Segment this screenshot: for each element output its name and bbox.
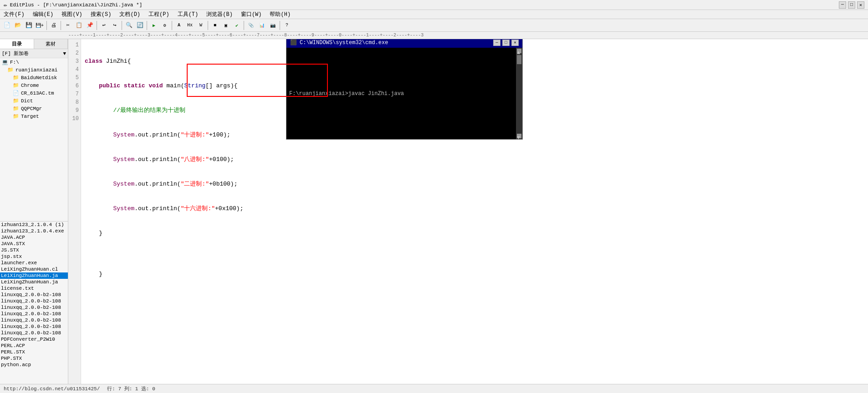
menu-project[interactable]: 工程(P)	[147, 10, 171, 18]
tree-item-chrome[interactable]: 📁 Chrome	[0, 81, 68, 89]
line-num-3: 3	[68, 57, 81, 66]
minimize-button[interactable]: ─	[839, 1, 846, 9]
cmd-scroll-down[interactable]: ▼	[517, 134, 521, 138]
bottom-file-3[interactable]: JAVA.STX	[0, 241, 68, 247]
folder-name-4: Dict	[21, 98, 33, 104]
cmd-title-bar[interactable]: ⬛ C:\WINDOWS\system32\cmd.exe ─ □ ✕	[286, 39, 522, 48]
cut-button[interactable]: ✂	[63, 20, 73, 30]
save-all-button[interactable]: 💾+	[35, 20, 45, 30]
tool7[interactable]: 📎	[246, 20, 256, 30]
code-line-8: }	[85, 229, 864, 237]
cmd-maximize-button[interactable]: □	[502, 40, 510, 46]
tab-directory[interactable]: 目录	[0, 39, 34, 49]
bottom-file-13[interactable]: linuxqq_2.0.0-b2-108	[0, 304, 68, 311]
redo-button[interactable]: ↪	[110, 20, 120, 30]
separator-4	[122, 21, 122, 30]
bottom-file-4[interactable]: JS.STX	[0, 247, 68, 253]
tool5[interactable]: ▣	[221, 20, 231, 30]
bottom-file-11[interactable]: linuxqq_2.0.0-b2-108	[0, 292, 68, 298]
bottom-file-16[interactable]: linuxqq_2.0.0-b2-108	[0, 323, 68, 330]
editor-area[interactable]: 1 2 3 4 5 6 7 8 9 10 class JinZhi{ publi…	[68, 39, 868, 384]
tool8[interactable]: 📊	[257, 20, 267, 30]
menu-window[interactable]: 窗口(W)	[239, 10, 264, 18]
bottom-file-15[interactable]: linuxqq_2.0.0-b2-108	[0, 317, 68, 323]
separator-3	[97, 21, 97, 30]
compile-button[interactable]: ⚙	[160, 20, 170, 30]
bottom-file-19[interactable]: PERL.ACP	[0, 343, 68, 349]
menu-view[interactable]: 视图(V)	[60, 10, 84, 18]
bottom-file-9[interactable]: LeiXingZhuanHuan.ja	[0, 279, 68, 285]
chevron-icon: ▼	[63, 51, 66, 56]
bottom-file-18[interactable]: PDFConverter_P2W10	[0, 336, 68, 343]
cmd-window[interactable]: ⬛ C:\WINDOWS\system32\cmd.exe ─ □ ✕ F:\r	[286, 39, 523, 140]
menu-search[interactable]: 搜索(S)	[89, 10, 113, 18]
tree-item-dict[interactable]: 📁 Dict	[0, 97, 68, 105]
tree-item-drive[interactable]: 💻 F:\	[0, 58, 68, 66]
line-num-1: 1	[68, 41, 81, 49]
help-toolbar-button[interactable]: ?	[282, 20, 292, 30]
tool9[interactable]: 📷	[268, 20, 278, 30]
tool1[interactable]: A	[174, 20, 184, 30]
find-button[interactable]: 🔍	[124, 20, 134, 30]
replace-button[interactable]: 🔄	[135, 20, 145, 30]
tool3[interactable]: W	[196, 20, 206, 30]
print-button[interactable]: 🖨	[49, 20, 59, 30]
tree-item-ruanjianxiazai[interactable]: 📁 ruanjianxiazai	[0, 66, 68, 74]
save-button[interactable]: 💾	[24, 20, 34, 30]
bottom-file-1[interactable]: izhuan123_2.1.0.4.exe	[0, 228, 68, 234]
bottom-file-10[interactable]: license.txt	[0, 285, 68, 292]
copy-button[interactable]: 📋	[74, 20, 84, 30]
tree-item-baidunetdisk[interactable]: 📁 BaiduNetdisk	[0, 74, 68, 81]
folder-header[interactable]: [F] 新加卷 ▼	[0, 49, 68, 58]
bottom-file-7[interactable]: LeiXingZhuanHuan.cl	[0, 266, 68, 272]
folder-icon-4: 📁	[13, 98, 19, 104]
file-icon-3: 📄	[13, 90, 19, 96]
title-bar-controls[interactable]: ─ □ ✕	[839, 1, 864, 9]
tree-item-target[interactable]: 📁 Target	[0, 112, 68, 120]
bottom-file-22[interactable]: python.acp	[0, 362, 68, 368]
line-num-10: 10	[68, 115, 81, 123]
menu-edit[interactable]: 编辑(E)	[31, 10, 56, 18]
code-content[interactable]: class JinZhi{ public static void main(St…	[81, 39, 868, 384]
menu-help[interactable]: 帮助(H)	[268, 10, 292, 18]
bottom-file-17[interactable]: linuxqq_2.0.0-b2-108	[0, 330, 68, 336]
tab-material[interactable]: 素材	[34, 39, 68, 49]
cmd-line-3: F:\ruanjianxiazai>java JinZhi	[289, 138, 513, 139]
cmd-scrollbar[interactable]: ▲ ▼	[516, 48, 522, 139]
new-button[interactable]: 📄	[2, 20, 12, 30]
menu-document[interactable]: 文档(D)	[117, 10, 142, 18]
maximize-button[interactable]: □	[848, 1, 855, 9]
bottom-file-8[interactable]: LeiXingZhuanHuan.ja	[0, 272, 68, 279]
open-button[interactable]: 📂	[13, 20, 23, 30]
line-num-6: 6	[68, 82, 81, 90]
bottom-file-6[interactable]: launcher.exe	[0, 260, 68, 266]
bottom-file-21[interactable]: PHP.STX	[0, 355, 68, 362]
cmd-scroll-up[interactable]: ▲	[517, 49, 521, 53]
bottom-file-2[interactable]: JAVA.ACP	[0, 234, 68, 241]
cmd-scroll-thumb[interactable]	[517, 55, 521, 64]
bottom-file-20[interactable]: PERL.STX	[0, 349, 68, 355]
app-icon: ✏️	[4, 1, 7, 9]
cmd-title-buttons[interactable]: ─ □ ✕	[493, 40, 519, 46]
tree-item-cr613[interactable]: 📄 CR_613AC.tm	[0, 89, 68, 97]
bottom-file-14[interactable]: linuxqq_2.0.0-b2-108	[0, 311, 68, 317]
bottom-file-12[interactable]: linuxqq_2.0.0-b2-108	[0, 298, 68, 304]
bottom-file-0[interactable]: izhuan123_2.1.0.4 (1)	[0, 222, 68, 228]
line-num-2: 2	[68, 49, 81, 57]
cmd-close-button[interactable]: ✕	[511, 40, 519, 46]
menu-file[interactable]: 文件(F)	[2, 10, 26, 18]
tool6[interactable]: ✔	[232, 20, 242, 30]
close-button[interactable]: ✕	[857, 1, 864, 9]
tool2[interactable]: Hx	[185, 20, 195, 30]
code-editor: 1 2 3 4 5 6 7 8 9 10 class JinZhi{ publi…	[68, 39, 868, 384]
tree-item-qqpcmgr[interactable]: 📁 QQPCMgr	[0, 105, 68, 112]
paste-button[interactable]: 📌	[85, 20, 95, 30]
bottom-file-5[interactable]: jsp.stx	[0, 253, 68, 260]
run-button[interactable]: ▶	[149, 20, 159, 30]
folder-open-icon: 📁	[7, 67, 14, 73]
menu-browser[interactable]: 浏览器(B)	[204, 10, 235, 18]
cmd-minimize-button[interactable]: ─	[493, 40, 500, 46]
tool4[interactable]: ■	[210, 20, 220, 30]
menu-tools[interactable]: 工具(T)	[176, 10, 200, 18]
undo-button[interactable]: ↩	[99, 20, 109, 30]
